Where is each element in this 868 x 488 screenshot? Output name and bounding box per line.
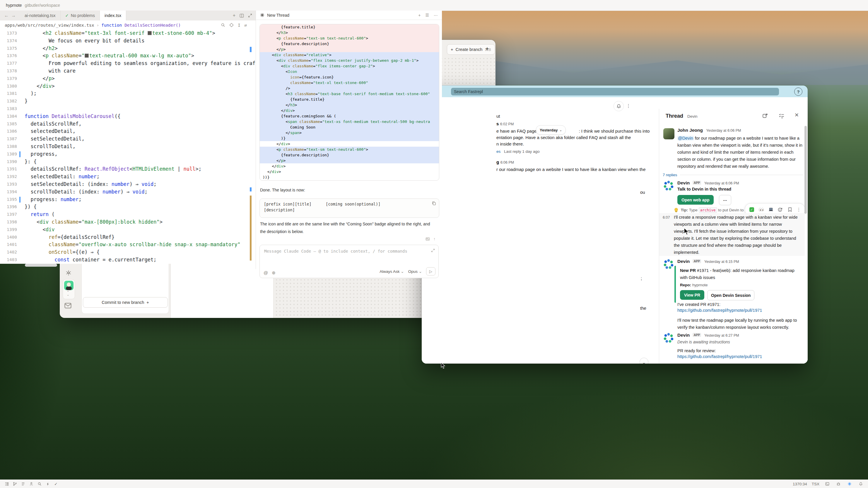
mouse-cursor-secondary bbox=[440, 362, 446, 369]
thread-list-icon[interactable]: ☰ bbox=[425, 13, 429, 18]
eyes-emoji-reaction[interactable] bbox=[758, 207, 764, 213]
model-select[interactable]: Opus ⌄ bbox=[408, 269, 422, 274]
nav-forward-icon[interactable]: → bbox=[11, 13, 16, 18]
expand-icon[interactable] bbox=[248, 13, 252, 18]
diff-added-line: <p className="text-sm text-neutral-600"> bbox=[260, 147, 439, 152]
code-line[interactable]: 1396}) { bbox=[0, 203, 256, 211]
user-switcher[interactable]: ⌃⌄ bbox=[63, 279, 75, 299]
mention-icon[interactable]: @ bbox=[264, 270, 268, 275]
code-line[interactable]: 1384function DetailsMobileCarousel({ bbox=[0, 113, 256, 120]
open-in-window-icon[interactable] bbox=[762, 113, 768, 119]
open-devin-session-button[interactable]: Open Devin Session bbox=[707, 290, 754, 300]
symbols-icon[interactable] bbox=[229, 23, 234, 27]
compare-icon[interactable]: ⇄ bbox=[245, 23, 247, 28]
code-line[interactable]: 1401 className="overflow-x-auto scrollba… bbox=[0, 241, 256, 249]
code-line[interactable]: 1403 const container = e.currentTarget; bbox=[0, 256, 256, 264]
code-line[interactable]: 1400 ref={detailsScrollRef} bbox=[0, 234, 256, 241]
code-line[interactable]: 1378 with care bbox=[0, 67, 256, 75]
code-line[interactable]: 1398 <div className="max-[800px]:block h… bbox=[0, 218, 256, 226]
huddle-bell-button[interactable] bbox=[614, 101, 624, 111]
message-input[interactable]: Message Claude Code — @ to include conte… bbox=[259, 245, 439, 277]
window-title: hyprnote bbox=[6, 3, 22, 8]
laptop-emoji-reaction[interactable] bbox=[768, 207, 774, 213]
tab-index-tsx[interactable]: index.tsx bbox=[100, 10, 126, 21]
pr-attachment: New PR #1971 - feat(web): add responsive… bbox=[675, 266, 808, 303]
ai-actions-icon[interactable]: ✦ bbox=[485, 46, 489, 52]
tab-no-problems[interactable]: ✓No problems bbox=[61, 10, 100, 21]
arrow-up-icon[interactable]: ↑ bbox=[433, 236, 435, 241]
pr-link[interactable]: https://github.com/fastrepl/hyprnote/pul… bbox=[677, 354, 762, 359]
commit-to-new-branch-button[interactable]: Commit to new branch+ bbox=[83, 297, 168, 308]
editor-titlebar: hyprnote gitbutler/workspace bbox=[0, 0, 442, 11]
code-line[interactable]: 1379 </p> bbox=[0, 75, 256, 83]
code-line[interactable]: 1392 selectedDetail: number; bbox=[0, 173, 256, 181]
copy-icon[interactable] bbox=[432, 201, 436, 205]
pr-link[interactable]: https://github.com/fastrepl/hyprnote/pul… bbox=[677, 308, 762, 313]
code-line[interactable]: 1402 onScroll={(e) ⇒ { bbox=[0, 249, 256, 256]
checklist-icon[interactable] bbox=[779, 113, 784, 119]
devin-avatar bbox=[663, 258, 675, 270]
channel-message-line: e have an FAQ page or : I think we shoul… bbox=[496, 129, 650, 133]
settings-gear-icon[interactable] bbox=[65, 269, 72, 276]
code-line[interactable]: 1374 We focus on every bit of details bbox=[0, 37, 256, 45]
code-line[interactable]: 1381 ); bbox=[0, 90, 256, 97]
close-icon[interactable]: ✕ bbox=[795, 112, 799, 118]
code-line[interactable]: 1373 <h2 className="text-3xl font-serif … bbox=[0, 30, 256, 37]
mouse-cursor bbox=[683, 228, 690, 235]
code-line[interactable]: 1380 </div> bbox=[0, 83, 256, 90]
thread-scrollbar[interactable] bbox=[804, 126, 807, 214]
more-options-icon[interactable]: ⋯ bbox=[434, 13, 438, 18]
permission-mode-select[interactable]: Always Ask ⌄ bbox=[379, 269, 404, 274]
kebab-menu-icon[interactable]: ⋮ bbox=[797, 207, 801, 212]
date-divider-pill[interactable]: Yesterday⌄ bbox=[536, 125, 566, 135]
code-line[interactable]: 1388 scrollToDetail, bbox=[0, 143, 256, 151]
diff-context-line: ))} bbox=[260, 174, 439, 180]
code-line[interactable]: 1383 bbox=[0, 105, 256, 113]
new-tab-icon[interactable]: + bbox=[233, 13, 236, 18]
thread-replies-link[interactable]: es Last reply 1 day ago bbox=[496, 149, 540, 154]
expand-input-icon[interactable] bbox=[431, 249, 435, 252]
code-line[interactable]: 1387 setSelectedDetail, bbox=[0, 135, 256, 143]
code-line[interactable]: 1399 <div bbox=[0, 226, 256, 234]
send-button[interactable]: ▷ bbox=[426, 267, 435, 275]
view-pr-button[interactable]: View PR bbox=[680, 290, 704, 300]
help-icon[interactable]: ? bbox=[794, 88, 802, 96]
channel-text-fragment: ; bbox=[641, 276, 642, 281]
code-line[interactable]: 1377 From powerful editing to seamless o… bbox=[0, 60, 256, 67]
kebab-menu-icon[interactable]: ⋮ bbox=[626, 103, 631, 108]
code-line[interactable]: 1389 progress, bbox=[0, 151, 256, 158]
add-reaction-icon[interactable] bbox=[777, 207, 783, 213]
diff-added-line: className="text-xl text-stone-600" bbox=[260, 80, 439, 86]
mention-devin[interactable]: @Devin bbox=[677, 136, 694, 140]
split-editor-icon[interactable] bbox=[240, 13, 244, 18]
context-target-icon[interactable]: ⊕ bbox=[272, 270, 276, 275]
code-editor[interactable]: 1373 <h2 className="text-3xl font-serif … bbox=[0, 30, 256, 264]
cursor-mode-icon[interactable]: I bbox=[238, 23, 240, 28]
code-line[interactable]: 1394 scrollToDetail: (index: number) ⇒ v… bbox=[0, 188, 256, 196]
code-line[interactable]: 1393 setSelectedDetail: (index: number) … bbox=[0, 181, 256, 188]
code-line[interactable]: 1376 <p className="text-neutral-600 max-… bbox=[0, 52, 256, 60]
tab-ai-notetaking[interactable]: ai-notetaking.tsx bbox=[20, 10, 61, 21]
replies-count[interactable]: 7 replies bbox=[663, 173, 677, 177]
markdown-icon[interactable] bbox=[426, 237, 430, 241]
open-web-app-button[interactable]: Open web app bbox=[677, 195, 714, 205]
code-line[interactable]: 1395 progress: number; bbox=[0, 196, 256, 203]
more-actions-button[interactable]: ⋯ bbox=[719, 195, 731, 205]
feedback-mail-icon[interactable] bbox=[64, 303, 71, 308]
code-line[interactable]: 1390}: { bbox=[0, 158, 256, 166]
code-line[interactable]: 1382} bbox=[0, 97, 256, 105]
check-emoji-reaction[interactable]: ✓ bbox=[749, 207, 755, 213]
horizontal-scrollbar[interactable] bbox=[25, 264, 57, 267]
nav-back-icon[interactable]: ← bbox=[4, 13, 9, 18]
code-line[interactable]: 1397 return ( bbox=[0, 211, 256, 218]
search-icon[interactable] bbox=[221, 23, 225, 27]
scroll-to-bottom-button[interactable]: ⌄ bbox=[640, 358, 648, 364]
bookmark-icon[interactable] bbox=[787, 207, 793, 213]
slack-search-bar[interactable]: Search Fastrepl bbox=[451, 88, 779, 95]
code-line[interactable]: 1386 selectedDetail, bbox=[0, 128, 256, 135]
new-thread-icon[interactable]: + bbox=[418, 13, 421, 18]
code-line[interactable]: 1375 </h2> bbox=[0, 45, 256, 53]
code-line[interactable]: 1385 detailsScrollRef, bbox=[0, 120, 256, 128]
timestamp: Yesterday at 6:27 PM bbox=[704, 333, 739, 337]
code-line[interactable]: 1391 detailsScrollRef: React.RefObject<H… bbox=[0, 165, 256, 173]
